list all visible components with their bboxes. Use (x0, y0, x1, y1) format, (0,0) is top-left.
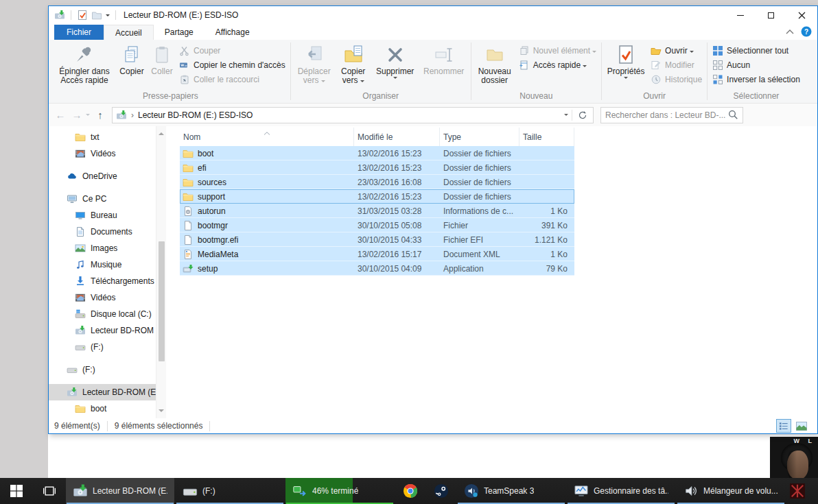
separator (115, 10, 116, 20)
table-row-sources[interactable]: sources23/03/2016 16:08Dossier de fichie… (180, 175, 574, 189)
copy-path-button[interactable]: Copier le chemin d'accès (176, 58, 288, 72)
sidebar-item-documents[interactable]: Documents (49, 224, 156, 240)
sidebar-item-vid-os[interactable]: Vidéos (49, 289, 156, 306)
back-icon[interactable]: ← (53, 110, 68, 120)
breadcrumb-chevron-icon[interactable]: › (131, 110, 134, 120)
minimize-button[interactable] (725, 6, 756, 24)
history-button[interactable]: Historique (648, 72, 705, 86)
column-header-name[interactable]: Nom (180, 128, 354, 146)
search-input[interactable]: Rechercher dans : Lecteur BD-... (600, 107, 743, 123)
invert-selection-button[interactable]: Inverser la sélection (710, 72, 803, 86)
new-item-button[interactable]: Nouvel élément (516, 43, 599, 58)
sidebar-item-lecteur-bd-rom-e-esd-iso[interactable]: Lecteur BD-ROM (E:) ESD-ISO (49, 322, 156, 339)
table-row-support[interactable]: support13/02/2016 15:23Dossier de fichie… (180, 189, 574, 204)
select-all-button[interactable]: Sélectionner tout (710, 43, 803, 58)
table-row-bootmgr[interactable]: bootmgr30/10/2015 05:08Fichier391 Ko (180, 218, 574, 232)
taskbar-button-46-termin[interactable]: 46% terminé (285, 478, 394, 504)
drive-icon (67, 364, 78, 375)
taskbar-button-teamspeak-3[interactable]: TeamSpeak 3 (457, 478, 565, 504)
forward-icon[interactable]: → (69, 110, 84, 120)
taskbar-button-redapp[interactable] (786, 478, 808, 504)
paste-shortcut-button[interactable]: Coller le raccourci (176, 72, 288, 86)
table-row-boot[interactable]: boot13/02/2016 15:23Dossier de fichiers (180, 146, 574, 160)
close-button[interactable] (786, 6, 817, 24)
recent-locations-caret[interactable] (86, 114, 90, 118)
address-bar[interactable]: › Lecteur BD-ROM (E:) ESD-ISO (112, 107, 594, 123)
properties-button[interactable]: Propriétés (604, 42, 648, 83)
sidebar-item-boot[interactable]: boot (49, 400, 156, 417)
sort-ascending-icon (264, 128, 270, 137)
table-row-bootmgr-efi[interactable]: bootmgr.efi30/10/2015 04:33Fichier EFI1.… (180, 232, 574, 247)
start-button[interactable] (0, 478, 33, 504)
cut-button[interactable]: Couper (176, 43, 288, 58)
pin-to-quick-access-button[interactable]: Épingler dans Accès rapide (53, 42, 116, 87)
customize-qat-caret[interactable] (106, 14, 110, 19)
tab-view[interactable]: Affichage (204, 25, 261, 40)
new-folder-qat-icon[interactable] (91, 10, 102, 21)
sidebar-item-images[interactable]: Images (49, 240, 156, 256)
taskbar-button-chrome[interactable] (395, 478, 425, 504)
column-header-size[interactable]: Taille (519, 128, 574, 146)
table-row-autorun[interactable]: autorun31/03/2015 03:28Informations de c… (180, 204, 574, 218)
folder-icon (183, 191, 194, 202)
edit-button[interactable]: Modifier (648, 58, 705, 72)
ribbon-group-clipboard: Épingler dans Accès rapide Copier Coller (53, 40, 288, 103)
maximize-button[interactable] (756, 6, 786, 24)
tab-file[interactable]: Fichier (54, 25, 104, 40)
column-header-modified[interactable]: Modifié le (354, 128, 440, 146)
thumbnails-view-icon[interactable] (794, 419, 809, 433)
delete-button[interactable]: Supprimer (371, 42, 419, 83)
sidebar-scrollbar[interactable] (156, 126, 166, 418)
sidebar-item-ce-pc[interactable]: Ce PC (49, 191, 156, 207)
copy-to-button[interactable]: Copier vers (336, 42, 371, 87)
move-to-icon (303, 44, 325, 66)
new-folder-button[interactable]: Nouveau dossier (474, 42, 516, 87)
tab-home[interactable]: Accueil (104, 25, 154, 40)
file-name: boot (198, 149, 213, 158)
sidebar-item-txt[interactable]: txt (49, 129, 156, 145)
sidebar-item-bureau[interactable]: Bureau (49, 207, 156, 224)
table-row-efi[interactable]: efi13/02/2016 15:23Dossier de fichiers (180, 160, 574, 175)
group-label-select: Sélectionner (710, 91, 803, 103)
details-view-icon[interactable] (776, 419, 791, 433)
sidebar-item-disque-local-c[interactable]: Disque local (C:) (49, 306, 156, 322)
sidebar-item-onedrive[interactable]: OneDrive (49, 168, 156, 184)
taskbar-button-m-langeur-de-volu[interactable]: Mélangeur de volu... (677, 478, 785, 504)
taskbar-button-steam[interactable] (426, 478, 456, 504)
titlebar[interactable]: Lecteur BD-ROM (E:) ESD-ISO (49, 6, 817, 24)
scrollbar-thumb[interactable] (159, 241, 165, 361)
scroll-down-icon[interactable] (159, 409, 164, 415)
copy-button[interactable]: Copier (116, 42, 148, 78)
up-icon[interactable]: ↑ (93, 110, 108, 120)
paste-button[interactable]: Coller (148, 42, 176, 78)
properties-qat-icon[interactable] (77, 10, 88, 21)
column-header-type[interactable]: Type (440, 128, 519, 146)
refresh-icon[interactable] (576, 108, 589, 122)
open-button[interactable]: Ouvrir (648, 43, 705, 58)
task-view-button[interactable] (33, 478, 66, 504)
sidebar-item-lecteur-bd-rom-e-esd-iso[interactable]: Lecteur BD-ROM (E:) ESD-ISO (49, 384, 156, 400)
taskbar-button-gestionnaire-des-t[interactable]: Gestionnaire des tâ... (567, 478, 675, 504)
table-row-setup[interactable]: setup30/10/2015 04:09Application79 Ko (180, 261, 574, 276)
tab-share[interactable]: Partage (154, 25, 204, 40)
breadcrumb[interactable]: Lecteur BD-ROM (E:) ESD-ISO (138, 110, 253, 120)
quick-access-button[interactable]: Accès rapide (516, 58, 599, 72)
taskbar-button-lecteur-bd-rom-e[interactable]: Lecteur BD-ROM (E... (66, 478, 174, 504)
sidebar-item-musique[interactable]: Musique (49, 256, 156, 273)
view-switcher (776, 419, 812, 433)
history-icon (651, 74, 662, 85)
select-none-button[interactable]: Aucun (710, 58, 803, 72)
address-dropdown-caret[interactable] (564, 114, 568, 118)
table-row-mediameta[interactable]: MediaMeta13/02/2016 15:17Document XML1 K… (180, 247, 574, 261)
taskbar-button-f[interactable]: (F:) (176, 478, 284, 504)
move-to-button[interactable]: Déplacer vers (293, 42, 336, 87)
rename-button[interactable]: Renommer (419, 42, 469, 78)
sidebar-item-vid-os[interactable]: Vidéos (49, 145, 156, 162)
help-icon[interactable]: ? (801, 26, 812, 37)
sidebar-item-f[interactable]: (F:) (49, 361, 156, 378)
collapse-ribbon-icon[interactable] (786, 29, 794, 34)
search-icon[interactable] (728, 110, 738, 120)
scroll-up-icon[interactable] (159, 130, 164, 135)
sidebar-item-f[interactable]: (F:) (49, 339, 156, 355)
sidebar-item-t-l-chargements[interactable]: Téléchargements (49, 273, 156, 289)
